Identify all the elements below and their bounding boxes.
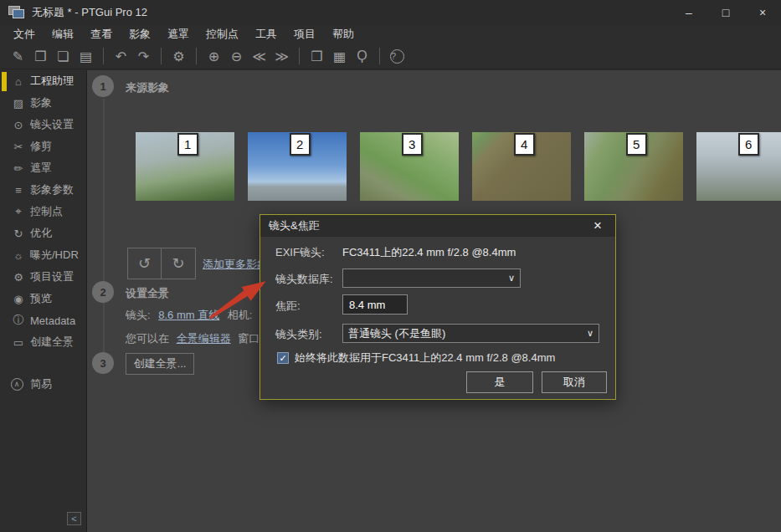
settings-gear-icon[interactable]: ⚙: [167, 45, 190, 67]
rotate-controls: ↺ ↻: [127, 248, 196, 279]
sidebar-item-preview[interactable]: ◉ 预览: [0, 288, 86, 309]
check-icon: ✓: [279, 353, 286, 363]
source-image-thumbnail[interactable]: 2: [248, 132, 347, 201]
zoom-out-icon[interactable]: ⊖: [225, 45, 248, 67]
menu-item-mask[interactable]: 遮罩: [159, 25, 198, 43]
thumbnail-row: 1 2 3 4 5 6: [136, 132, 781, 201]
toolbar-separator: [299, 48, 300, 64]
sidebar-item-mask[interactable]: ✏ 遮罩: [0, 157, 86, 179]
close-button[interactable]: ×: [744, 0, 781, 25]
sidebar-item-exposure-hdr[interactable]: ☼ 曝光/HDR: [0, 244, 86, 266]
minimize-button[interactable]: –: [671, 0, 707, 25]
copy-project-icon[interactable]: ❏: [52, 45, 75, 67]
image-number-badge: 3: [402, 133, 423, 156]
menu-item-control-points[interactable]: 控制点: [198, 25, 247, 43]
info-icon: ⓘ: [10, 313, 27, 328]
step-2-badge: 2: [92, 281, 114, 303]
exif-lens-label: EXIF镜头:: [275, 245, 325, 260]
chevron-down-icon: ∨: [587, 328, 593, 339]
source-image-thumbnail[interactable]: 3: [360, 132, 459, 201]
menu-item-file[interactable]: 文件: [5, 25, 44, 43]
toolbar-separator: [196, 48, 197, 64]
create-panorama-button[interactable]: 创建全景...: [126, 353, 194, 375]
toolbar-separator: [379, 48, 380, 64]
source-image-thumbnail[interactable]: 5: [584, 132, 683, 201]
focal-length-label: 焦距:: [275, 299, 301, 314]
sidebar-item-project-settings[interactable]: ⚙ 项目设置: [0, 266, 86, 288]
setup-panorama-heading: 设置全景: [126, 286, 169, 301]
ptgui-window: 无标题 * - PTGui Pro 12 – □ × 文件 编辑 查看 影象 遮…: [0, 0, 781, 532]
control-points-icon: ⌖: [10, 205, 27, 218]
sidebar-item-crop[interactable]: ✂ 修剪: [0, 136, 86, 157]
yes-button[interactable]: 是: [466, 371, 533, 393]
cancel-button[interactable]: 取消: [542, 371, 607, 393]
detail-viewer-icon[interactable]: ▦: [328, 45, 351, 67]
always-use-row: ✓ 始终将此数据用于FC3411上的22.4 mm f/2.8 @8.4mm: [277, 350, 555, 366]
panorama-icon: ▭: [10, 336, 27, 349]
next-image-icon[interactable]: ≫: [270, 45, 293, 67]
gear-icon: ⚙: [10, 271, 27, 284]
focal-length-input[interactable]: [342, 294, 408, 315]
image-number-badge: 2: [290, 133, 311, 156]
lens-focal-dialog: 镜头&焦距 × EXIF镜头: FC3411上的22.4 mm f/2.8 @8…: [259, 214, 616, 400]
image-icon: ▨: [10, 97, 27, 110]
help-icon[interactable]: ?: [386, 45, 408, 67]
step-1-badge: 1: [92, 75, 114, 97]
sidebar-item-lens-settings[interactable]: ⊙ 镜头设置: [0, 114, 86, 136]
toolbar-separator: [103, 48, 104, 64]
open-project-icon[interactable]: ❐: [29, 45, 52, 67]
source-image-thumbnail[interactable]: 4: [472, 132, 571, 201]
rotate-ccw-icon[interactable]: ↺: [127, 248, 162, 279]
always-use-checkbox[interactable]: ✓: [277, 352, 289, 364]
optimize-icon: ↻: [10, 228, 27, 240]
panorama-editor-link[interactable]: 全景编辑器: [177, 332, 231, 345]
menu-bar: 文件 编辑 查看 影象 遮罩 控制点 工具 项目 帮助: [0, 25, 781, 43]
step-3-badge: 3: [92, 352, 114, 374]
menu-item-images[interactable]: 影象: [121, 25, 159, 43]
menu-item-tools[interactable]: 工具: [247, 25, 285, 43]
lens-database-select[interactable]: ∨: [342, 269, 521, 288]
sidebar-collapse-button[interactable]: <: [67, 512, 81, 525]
lens-type-select[interactable]: 普通镜头 (不是鱼眼) ∨: [342, 324, 599, 343]
menu-item-help[interactable]: 帮助: [324, 25, 362, 43]
maximize-button[interactable]: □: [707, 0, 744, 25]
window-title: 无标题 * - PTGui Pro 12: [32, 5, 147, 20]
menu-item-view[interactable]: 查看: [82, 25, 121, 43]
dialog-title-bar: 镜头&焦距 ×: [260, 215, 615, 237]
always-use-label: 始终将此数据用于FC3411上的22.4 mm f/2.8 @8.4mm: [295, 350, 555, 366]
sidebar-item-create-panorama[interactable]: ▭ 创建全景: [0, 331, 86, 353]
menu-item-edit[interactable]: 编辑: [44, 25, 82, 43]
sidebar-item-image-parameters[interactable]: ≡ 影象参数: [0, 179, 86, 201]
dialog-close-icon[interactable]: ×: [588, 217, 607, 234]
lightbulb-icon[interactable]: Ϙ: [351, 45, 373, 67]
source-image-thumbnail[interactable]: 6: [696, 132, 781, 201]
menu-item-project[interactable]: 项目: [285, 25, 324, 43]
lens-type-value: 普通镜头 (不是鱼眼): [348, 326, 445, 341]
sidebar-item-control-points[interactable]: ⌖ 控制点: [0, 201, 86, 223]
rotate-cw-icon[interactable]: ↻: [162, 248, 196, 279]
previous-image-icon[interactable]: ≪: [248, 45, 270, 67]
zoom-in-icon[interactable]: ⊕: [203, 45, 225, 67]
dialog-title: 镜头&焦距: [269, 218, 320, 233]
lens-database-label: 镜头数据库:: [275, 272, 333, 287]
save-project-icon[interactable]: ▤: [75, 45, 97, 67]
eye-icon: ◉: [10, 293, 27, 305]
sidebar-item-metadata[interactable]: ⓘ Metadata: [0, 309, 86, 331]
brush-icon: ✏: [10, 162, 27, 175]
source-image-thumbnail[interactable]: 1: [136, 132, 234, 201]
lens-type-label: 镜头类别:: [275, 327, 322, 342]
undo-icon[interactable]: ↶: [110, 45, 132, 67]
panorama-editor-icon[interactable]: ❒: [306, 45, 328, 67]
edit-project-icon[interactable]: ✎: [7, 45, 29, 67]
source-images-heading: 来源影象: [126, 80, 169, 95]
sidebar-item-images[interactable]: ▨ 影象: [0, 92, 86, 114]
redo-icon[interactable]: ↷: [132, 45, 155, 67]
sidebar-item-optimizer[interactable]: ↻ 优化: [0, 223, 86, 244]
sidebar-item-simple-mode[interactable]: ∧ 简易: [0, 373, 86, 395]
image-number-badge: 4: [514, 133, 535, 156]
chevron-up-icon: ∧: [10, 378, 27, 391]
crop-icon: ✂: [10, 141, 27, 153]
app-icon: [8, 6, 25, 19]
sidebar-item-project-assistant[interactable]: ⌂ 工程助理: [0, 70, 86, 92]
editor-tip-line: 您可以在 全景编辑器 窗口中预: [126, 331, 281, 346]
